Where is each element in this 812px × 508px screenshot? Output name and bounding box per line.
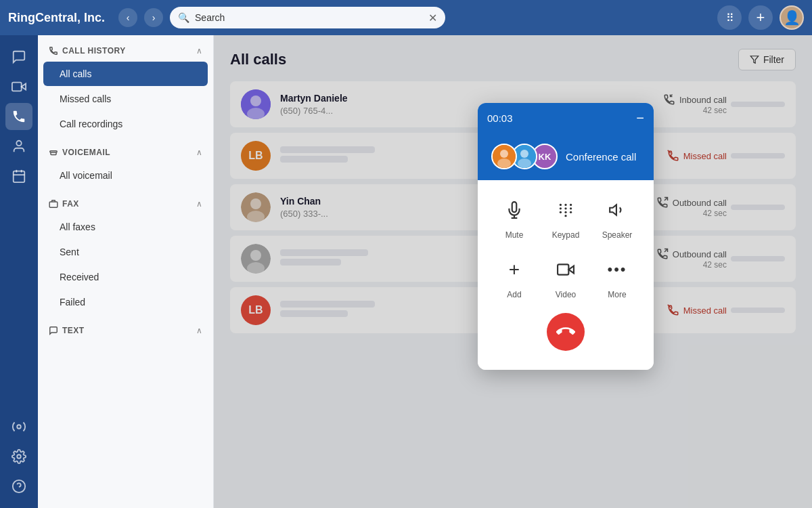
svg-marker-0 [22,83,26,89]
call-participants: KK Conference call [478,133,654,180]
svg-marker-47 [568,266,574,274]
svg-point-43 [564,211,566,213]
mute-control[interactable]: Mute [498,194,531,240]
participant-avatar-1 [491,144,517,169]
grid-icon-button[interactable]: ⠿ [717,5,742,30]
speaker-control[interactable]: Speaker [601,194,633,240]
keypad-label: Keypad [552,230,580,240]
app-logo: RingCentral, Inc. [8,11,105,25]
sidebar-item-contacts[interactable] [5,133,32,160]
svg-rect-1 [12,83,22,91]
conference-label: Conference call [566,151,636,163]
controls-row-1: Mute Keypad Speaker [489,194,643,240]
svg-marker-46 [610,205,616,215]
svg-point-36 [560,204,562,206]
search-input[interactable] [195,12,423,23]
sidebar-item-settings[interactable] [5,443,32,470]
svg-point-29 [500,150,508,158]
nav-item-call-recordings[interactable]: Call recordings [43,112,208,136]
nav-item-failed[interactable]: Failed [43,290,208,314]
sidebar-item-extensions[interactable] [5,413,32,440]
voicemail-section-header[interactable]: VOICEMAIL ∧ [38,137,213,163]
sidebar-item-chat[interactable] [5,43,32,70]
video-control[interactable]: Video [549,253,582,299]
add-icon: + [498,253,531,286]
back-button[interactable]: ‹ [118,8,137,27]
svg-point-39 [560,207,562,209]
svg-point-42 [560,211,562,213]
call-history-section-header[interactable]: CALL HISTORY ∧ [38,35,213,61]
fax-title: FAX [49,199,79,209]
sidebar-item-phone[interactable] [5,103,32,130]
svg-point-30 [497,158,511,168]
controls-row-2: + Add Video ••• More [489,253,643,299]
add-control[interactable]: + Add [498,253,531,299]
more-label: More [608,290,626,299]
forward-button[interactable]: › [144,8,163,27]
active-call-popup: 00:03 − KK Conference call [478,103,654,370]
sidebar-item-help[interactable] [5,473,32,500]
svg-point-45 [564,215,566,217]
voicemail-chevron: ∧ [196,148,202,157]
main-layout: CALL HISTORY ∧ All calls Missed calls Ca… [0,35,812,508]
keypad-icon [549,194,582,226]
svg-rect-3 [14,171,25,182]
svg-point-2 [16,141,21,146]
sidebar-item-video[interactable] [5,73,32,100]
call-popup-header: 00:03 − [478,103,654,133]
fax-chevron: ∧ [196,199,202,209]
content-area: All calls Filter Martyn Daniele (650) 76… [214,35,812,508]
add-label: Add [507,290,521,299]
app-header: RingCentral, Inc. ‹ › 🔍 ✕ ⠿ + 👤 [0,0,812,35]
speaker-label: Speaker [602,230,633,240]
svg-point-33 [518,158,531,168]
minimize-button[interactable]: − [636,111,644,125]
svg-point-41 [570,207,572,209]
video-icon [549,253,582,286]
sidebar-item-calendar[interactable] [5,163,32,190]
text-chevron: ∧ [196,326,202,335]
svg-point-44 [570,211,572,213]
search-icon: 🔍 [178,12,189,23]
svg-point-37 [564,204,566,206]
call-timer: 00:03 [487,112,513,124]
nav-item-received[interactable]: Received [43,265,208,289]
mute-label: Mute [505,230,524,240]
nav-item-sent[interactable]: Sent [43,240,208,264]
more-icon: ••• [601,253,633,286]
speaker-icon [601,194,633,226]
more-control[interactable]: ••• More [601,253,633,299]
fax-section-header[interactable]: FAX ∧ [38,188,213,214]
call-history-title: CALL HISTORY [49,46,126,56]
call-history-chevron: ∧ [196,46,202,56]
keypad-control[interactable]: Keypad [549,194,582,240]
user-avatar[interactable]: 👤 [780,5,804,30]
nav-item-all-faxes[interactable]: All faxes [43,215,208,239]
nav-panel: CALL HISTORY ∧ All calls Missed calls Ca… [38,35,214,508]
text-section-header[interactable]: TEXT ∧ [38,315,213,341]
mute-icon [498,194,531,226]
svg-point-38 [570,204,572,206]
svg-point-40 [564,207,566,209]
text-title: TEXT [49,326,85,335]
nav-item-missed-calls[interactable]: Missed calls [43,87,208,111]
add-button[interactable]: + [748,5,773,30]
icon-sidebar [0,35,38,508]
search-clear-button[interactable]: ✕ [428,12,437,24]
voicemail-title: VOICEMAIL [49,148,110,157]
svg-point-8 [17,454,21,459]
hangup-button[interactable] [547,313,585,351]
call-controls: Mute Keypad Speaker [478,180,654,370]
svg-rect-48 [558,264,568,274]
nav-item-all-calls[interactable]: All calls [43,62,208,86]
video-label: Video [556,290,576,299]
svg-point-7 [17,425,21,429]
svg-rect-11 [49,202,58,207]
nav-item-all-voicemail[interactable]: All voicemail [43,163,208,188]
search-bar: 🔍 ✕ [170,7,445,28]
svg-point-32 [520,150,528,158]
